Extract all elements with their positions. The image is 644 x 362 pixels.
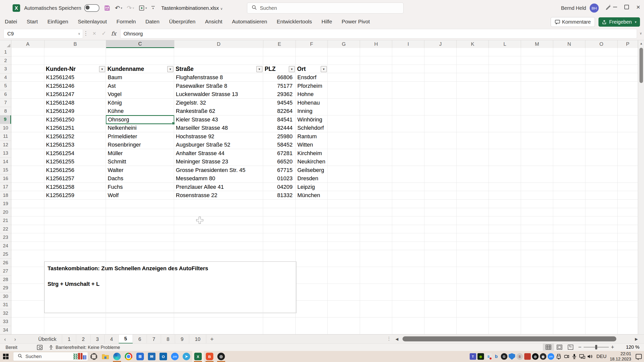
ribbon-tab-daten[interactable]: Daten: [141, 19, 164, 25]
sheet-tab-7[interactable]: 7: [147, 335, 161, 344]
network-display-icon[interactable]: [579, 353, 585, 360]
language-indicator[interactable]: DEU: [596, 354, 607, 359]
speaker-icon[interactable]: [587, 353, 593, 360]
autofilter-button-E[interactable]: ▼: [289, 66, 295, 72]
row-header-22[interactable]: 22: [0, 225, 11, 234]
cell-E18[interactable]: 81332: [263, 191, 293, 200]
autofilter-button-F[interactable]: ▼: [321, 66, 327, 72]
cell-B4[interactable]: K12561245: [46, 73, 106, 82]
row-header-11[interactable]: 11: [0, 132, 11, 141]
cell-C7[interactable]: König: [108, 99, 174, 107]
cell-E5[interactable]: 75177: [263, 82, 293, 90]
document-title[interactable]: Tastenkombinationen.xlsx ∨: [161, 5, 223, 11]
avatar[interactable]: BH: [590, 4, 599, 13]
notification-center-button[interactable]: [635, 353, 642, 360]
sheet-tab-3[interactable]: 3: [91, 335, 105, 344]
cell-C15[interactable]: Walter: [108, 166, 174, 174]
macro-caret-icon[interactable]: ▾: [145, 6, 147, 10]
macro-record-icon[interactable]: [37, 345, 43, 350]
share-caret-icon[interactable]: ▾: [635, 20, 636, 24]
row-header-4[interactable]: 4: [0, 73, 11, 82]
cell-E17[interactable]: 04209: [263, 183, 293, 191]
accessibility-status[interactable]: Barrierefreiheit: Keine Probleme: [49, 345, 120, 350]
cell-F10[interactable]: Schlehdorf: [297, 124, 328, 132]
ribbon-tab-formeln[interactable]: Formeln: [112, 19, 141, 25]
cell-B7[interactable]: K12561248: [46, 99, 106, 107]
row-header-33[interactable]: 33: [0, 318, 11, 326]
cell-E10[interactable]: 82444: [263, 124, 293, 132]
sheet-tab-1[interactable]: 1: [62, 335, 76, 344]
cell-B17[interactable]: K12561258: [46, 183, 106, 191]
cell-D4[interactable]: Flughafenstrasse 8: [176, 73, 263, 82]
cell-F16[interactable]: Dresden: [297, 174, 328, 183]
row-header-6[interactable]: 6: [0, 90, 11, 99]
row-header-25[interactable]: 25: [0, 250, 11, 259]
tabbar-kebab-icon[interactable]: ⋮: [387, 336, 391, 341]
account-area[interactable]: Bernd Held BH: [561, 0, 611, 16]
cell-E4[interactable]: 66806: [263, 73, 293, 82]
comments-button[interactable]: Kommentare: [551, 17, 595, 27]
save-button[interactable]: [104, 5, 110, 11]
cell-B12[interactable]: K12561253: [46, 141, 106, 149]
obs-taskbar-button[interactable]: ◎: [215, 351, 227, 362]
row-header-21[interactable]: 21: [0, 216, 11, 225]
undo-caret-icon[interactable]: ▾: [121, 6, 122, 10]
row-header-15[interactable]: 15: [0, 166, 11, 174]
ribbon-search-box[interactable]: Suchen: [247, 3, 404, 14]
microphone-icon[interactable]: [571, 353, 578, 360]
cell-D13[interactable]: Anhalter Strasse 44: [176, 149, 263, 158]
cell-C10[interactable]: Nelkenheini: [108, 124, 174, 132]
sheet-tab-9[interactable]: 9: [175, 335, 189, 344]
cell-E15[interactable]: 67715: [263, 166, 293, 174]
row-header-27[interactable]: 27: [0, 267, 11, 276]
row-header-24[interactable]: 24: [0, 242, 11, 250]
teams-tray-icon[interactable]: T: [470, 353, 476, 360]
cell-B8[interactable]: K12561249: [46, 107, 106, 116]
cell-E13[interactable]: 67281: [263, 149, 293, 158]
vertical-scroll-thumb[interactable]: [639, 48, 643, 83]
view-page-break-button[interactable]: [565, 344, 576, 351]
hscroll-left-icon[interactable]: ◀: [395, 337, 398, 341]
view-page-layout-button[interactable]: [554, 344, 565, 351]
ribbon-tab-einfügen[interactable]: Einfügen: [43, 19, 73, 25]
cell-F18[interactable]: München: [297, 191, 328, 200]
column-header-D[interactable]: D: [174, 40, 263, 48]
zoom-tray-icon[interactable]: zm: [548, 353, 554, 360]
ribbon-tab-start[interactable]: Start: [22, 19, 43, 25]
name-box-caret-icon[interactable]: ∨: [78, 32, 80, 35]
cell-D17[interactable]: Prenzlauer Allee 41: [176, 183, 263, 191]
ribbon-tab-seitenlayout[interactable]: Seitenlayout: [73, 19, 112, 25]
cell-D7[interactable]: Ziegelstr. 32: [176, 99, 263, 107]
ribbon-tab-datei[interactable]: Datei: [0, 19, 22, 25]
shortcut-note-box[interactable]: Tastenkombination: Zum Schnellen Anzeige…: [44, 261, 296, 313]
cell-B9[interactable]: K12561250: [46, 115, 106, 124]
row-header-5[interactable]: 5: [0, 82, 11, 90]
gift-tray-icon[interactable]: [524, 353, 531, 360]
cell-E9[interactable]: 84541: [263, 115, 293, 124]
row-header-10[interactable]: 10: [0, 124, 11, 132]
defender-tray-icon[interactable]: [509, 353, 515, 360]
cell-F17[interactable]: Leipzig: [297, 183, 328, 191]
cell-E12[interactable]: 58452: [263, 141, 293, 149]
horizontal-scroll-thumb[interactable]: [403, 336, 616, 341]
column-header-O[interactable]: O: [585, 40, 618, 48]
autofilter-button-C[interactable]: ▼: [167, 66, 173, 72]
formula-bar-expand-icon[interactable]: ∨: [639, 31, 642, 35]
undo-button[interactable]: ↶▾: [115, 5, 122, 12]
outlook-taskbar-button[interactable]: O: [157, 351, 169, 362]
sheet-tab-4[interactable]: 4: [105, 335, 119, 344]
autofilter-button-D[interactable]: ▼: [256, 66, 262, 72]
row-header-3[interactable]: 3: [0, 65, 11, 73]
edge-taskbar-button[interactable]: [111, 351, 123, 362]
chrome-taskbar-button[interactable]: [123, 351, 134, 362]
insert-function-icon[interactable]: fx: [109, 29, 118, 38]
zoom-in-icon[interactable]: +: [609, 344, 616, 350]
column-header-P[interactable]: P: [618, 40, 638, 48]
badge-tray-icon[interactable]: S: [516, 353, 523, 360]
cell-C12[interactable]: Rosenbringer: [108, 141, 174, 149]
row-header-29[interactable]: 29: [0, 284, 11, 292]
formula-input[interactable]: Ohnsorg: [120, 29, 637, 38]
column-header-G[interactable]: G: [328, 40, 360, 48]
row-header-2[interactable]: 2: [0, 57, 11, 65]
cell-B6[interactable]: K12561247: [46, 90, 106, 99]
